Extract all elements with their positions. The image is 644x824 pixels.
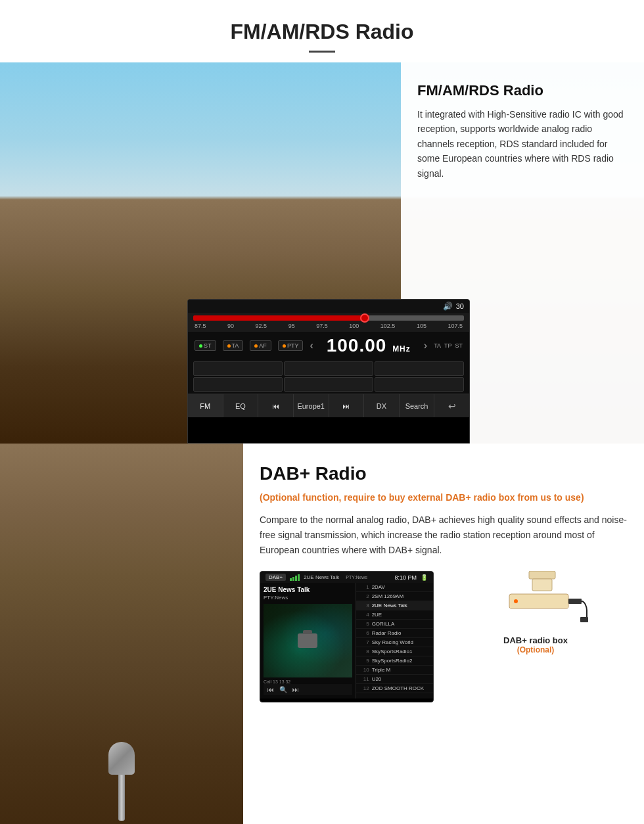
dab-time: 8:10 PM xyxy=(394,574,417,581)
freq-prev-button[interactable]: ‹ xyxy=(310,340,313,352)
dab-content: 2UE News Talk PTY:News Call 13 13 32 ⏮ 🔍… xyxy=(260,583,433,698)
battery-icon: 🔋 xyxy=(421,574,428,581)
dab-call-info: Call 13 13 32 xyxy=(264,679,352,684)
frequency-display: 100.00 MHz xyxy=(320,335,417,356)
dab-left-panel: 2UE News Talk PTY:News Call 13 13 32 ⏮ 🔍… xyxy=(260,583,356,698)
freq-labels: 87.5 90 92.5 95 97.5 100 102.5 105 107.5 xyxy=(193,323,464,329)
svg-rect-5 xyxy=(568,599,582,604)
radio-tags: TA TP ST xyxy=(434,342,463,349)
dab-box-visual xyxy=(496,571,575,630)
lower-left-bg xyxy=(0,444,243,824)
signal-bar-4 xyxy=(298,574,300,581)
gear-shift-visual xyxy=(102,742,141,821)
page-header: FM/AM/RDS Radio xyxy=(0,0,644,62)
dab-next-button[interactable]: ⏭ xyxy=(292,686,299,693)
svg-rect-2 xyxy=(532,579,552,591)
station-item[interactable]: 9SkySportsRadio2 xyxy=(356,656,433,666)
dab-station-top: 2UE News Talk xyxy=(304,574,339,580)
dab-info-panel: DAB+ Radio (Optional function, require t… xyxy=(243,444,644,824)
dab-label: DAB+ xyxy=(265,574,286,581)
dab-optional-text: (Optional function, require to buy exter… xyxy=(260,491,628,505)
hero-section: FM/AM/RDS Radio It integrated with High-… xyxy=(0,62,644,444)
preset-grid xyxy=(188,359,469,394)
dab-right-panel: 12DAV 22SM 1269AM 32UE News Talk 42UE 5G… xyxy=(356,583,433,698)
radio-ui-screenshot: 🔊 30 87.5 90 92.5 95 97.5 100 102.5 105 … xyxy=(187,299,470,444)
preset-3[interactable] xyxy=(375,361,464,376)
station-item[interactable]: 7Sky Racing World xyxy=(356,638,433,647)
signal-bars xyxy=(290,574,300,581)
next-track-button[interactable]: ⏭ xyxy=(329,394,365,417)
fm-section-desc: It integrated with High-Sensitive radio … xyxy=(417,107,628,181)
station-item[interactable]: 11U20 xyxy=(356,675,433,684)
pty-button[interactable]: PTY xyxy=(278,340,304,351)
station-item[interactable]: 22SM 1269AM xyxy=(356,592,433,601)
dab-box-optional: (Optional) xyxy=(517,645,555,654)
preset-1[interactable] xyxy=(193,361,283,376)
dab-section-desc: Compare to the normal analog radio, DAB+… xyxy=(260,513,628,558)
dab-visual xyxy=(264,604,352,677)
station-item[interactable]: 10Triple M xyxy=(356,666,433,675)
signal-bar-2 xyxy=(292,577,294,581)
radio-controls-row: ST TA AF PTY ‹ 100.00 MHz › TA TP ST xyxy=(188,332,469,359)
svg-rect-1 xyxy=(529,571,555,579)
frequency-bar-container: 87.5 90 92.5 95 97.5 100 102.5 105 107.5 xyxy=(188,313,469,332)
eq-button[interactable]: EQ xyxy=(223,394,259,417)
frequency-unit: MHz xyxy=(392,344,411,354)
signal-bar-1 xyxy=(290,578,292,581)
station-item[interactable]: 12ZOD SMOOTH ROCK xyxy=(356,684,433,693)
volume-value: 30 xyxy=(456,302,464,310)
freq-slider-track[interactable] xyxy=(193,315,464,321)
prev-track-button[interactable]: ⏮ xyxy=(258,394,294,417)
dab-top-bar: DAB+ 2UE News Talk PTY:News 8:10 PM 🔋 xyxy=(260,572,433,583)
volume-icon: 🔊 xyxy=(443,302,453,311)
ta-button[interactable]: TA xyxy=(223,340,244,351)
svg-rect-3 xyxy=(509,594,568,608)
dab-search-button[interactable]: 🔍 xyxy=(279,686,287,693)
station-item[interactable]: 6Radar Radio xyxy=(356,629,433,638)
dab-screenshots-row: DAB+ 2UE News Talk PTY:News 8:10 PM 🔋 xyxy=(260,571,628,702)
radio-bottom-bar: FM EQ ⏮ Europe1 ⏭ DX Search ↩ xyxy=(188,394,469,417)
europe1-button[interactable]: Europe1 xyxy=(294,394,329,417)
st-button[interactable]: ST xyxy=(195,340,216,351)
dab-playback-bar: ⏮ 🔍 ⏭ xyxy=(264,684,352,695)
station-item[interactable]: 8SkySportsRadio1 xyxy=(356,647,433,656)
preset-4[interactable] xyxy=(193,377,283,392)
dab-pty-top: PTY:News xyxy=(346,575,367,580)
dab-box-container: DAB+ radio box (Optional) xyxy=(444,571,628,654)
search-button[interactable]: Search xyxy=(400,394,435,417)
fm-button[interactable]: FM xyxy=(188,394,223,417)
camera-icon xyxy=(298,633,317,648)
station-item[interactable]: 12DAV xyxy=(356,583,433,592)
back-button[interactable]: ↩ xyxy=(434,394,469,417)
gear-knob xyxy=(108,742,135,775)
station-item[interactable]: 5GORILLA xyxy=(356,620,433,629)
svg-point-4 xyxy=(514,599,518,603)
svg-rect-6 xyxy=(580,617,588,622)
dab-station-list: 12DAV 22SM 1269AM 32UE News Talk 42UE 5G… xyxy=(356,583,433,693)
af-button[interactable]: AF xyxy=(250,340,271,351)
station-item-active[interactable]: 32UE News Talk xyxy=(356,601,433,610)
gear-shaft xyxy=(118,775,125,821)
fm-section-title: FM/AM/RDS Radio xyxy=(417,82,628,99)
station-item[interactable]: 42UE xyxy=(356,610,433,620)
radio-top-bar: 🔊 30 xyxy=(188,300,469,313)
title-divider xyxy=(309,51,335,53)
preset-2[interactable] xyxy=(284,361,373,376)
dab-box-svg xyxy=(496,571,588,637)
freq-next-button[interactable]: › xyxy=(424,340,427,352)
lower-section: DAB+ Radio (Optional function, require t… xyxy=(0,444,644,824)
dab-station-name: 2UE News Talk xyxy=(264,586,352,593)
dab-ui-screenshot: DAB+ 2UE News Talk PTY:News 8:10 PM 🔋 xyxy=(260,571,434,702)
dab-box-label: DAB+ radio box xyxy=(503,635,568,645)
dab-pty: PTY:News xyxy=(264,595,352,601)
preset-5[interactable] xyxy=(284,377,373,392)
signal-bar-3 xyxy=(295,576,297,581)
dx-button[interactable]: DX xyxy=(364,394,400,417)
dab-section-title: DAB+ Radio xyxy=(260,463,628,484)
page-title: FM/AM/RDS Radio xyxy=(13,20,631,44)
preset-6[interactable] xyxy=(375,377,464,392)
freq-slider-thumb[interactable] xyxy=(360,313,369,323)
dab-prev-button[interactable]: ⏮ xyxy=(267,686,274,693)
